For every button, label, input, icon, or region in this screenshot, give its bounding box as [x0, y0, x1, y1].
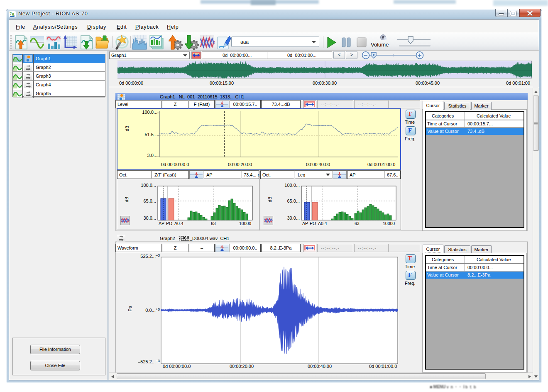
svg-text:7: 7: [10, 12, 12, 16]
svg-text:0: 0: [12, 12, 14, 17]
